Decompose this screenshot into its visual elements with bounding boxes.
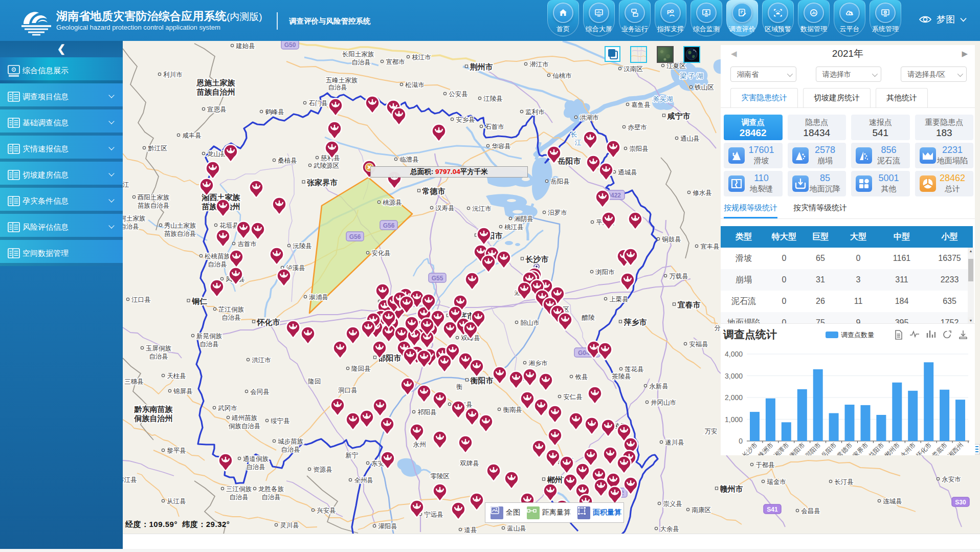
svg-text:武陵源区: 武陵源区 — [313, 162, 340, 169]
svg-text:靖州苗族: 靖州苗族 — [231, 414, 258, 422]
svg-text:怀化市: 怀化市 — [257, 318, 280, 326]
svg-text:自治县: 自治县 — [351, 59, 371, 66]
svg-text:安福县: 安福县 — [689, 341, 708, 348]
svg-text:永州市: 永州市 — [899, 441, 917, 455]
svg-text:零陵区: 零陵区 — [430, 473, 450, 480]
svg-text:万载县: 万载县 — [669, 273, 688, 280]
svg-text:江口县: 江口县 — [131, 296, 151, 303]
svg-text:长沙市: 长沙市 — [525, 255, 549, 263]
svg-text:安化县: 安化县 — [371, 250, 391, 257]
svg-text:赤壁市: 赤壁市 — [628, 124, 647, 131]
svg-text:松滋市: 松滋市 — [405, 81, 425, 89]
svg-text:郴州市: 郴州市 — [883, 441, 901, 455]
svg-text:G50: G50 — [284, 41, 296, 49]
svg-text:黔东南苗族: 黔东南苗族 — [134, 405, 173, 413]
svg-text:自治县: 自治县 — [281, 446, 300, 453]
svg-text:岳阳市: 岳阳市 — [558, 157, 581, 165]
svg-text:三穗县: 三穗县 — [124, 378, 144, 385]
svg-text:鹤峰县: 鹤峰县 — [265, 108, 284, 116]
svg-text:潜江市: 潜江市 — [529, 61, 549, 68]
svg-text:长阳土家族: 长阳土家族 — [342, 51, 374, 58]
svg-text:祁阳县: 祁阳县 — [417, 409, 437, 416]
svg-text:新晃侗族: 新晃侗族 — [196, 333, 222, 340]
svg-text:株洲市: 株洲市 — [756, 441, 774, 455]
svg-text:灌阳县: 灌阳县 — [378, 523, 397, 530]
svg-text:秀山土家族: 秀山土家族 — [164, 222, 196, 229]
svg-text:榕江县: 榕江县 — [123, 476, 137, 483]
svg-text:侗族自治州: 侗族自治州 — [134, 414, 173, 423]
svg-text:长汀县: 长汀县 — [834, 478, 854, 485]
svg-text:莲花县: 莲花县 — [625, 366, 644, 373]
svg-text:醴陵: 醴陵 — [582, 314, 595, 321]
svg-text:常德市: 常德市 — [836, 441, 854, 455]
svg-text:仙桃市: 仙桃市 — [552, 72, 572, 79]
svg-text:永州: 永州 — [413, 441, 426, 448]
svg-text:蓝山县: 蓝山县 — [507, 525, 526, 532]
svg-text:建始县: 建始县 — [235, 42, 255, 50]
svg-text:娄底市: 娄底市 — [930, 441, 948, 455]
svg-text:斧头湖: 斧头湖 — [653, 95, 673, 103]
svg-text:永新县: 永新县 — [649, 383, 669, 390]
svg-text:洪湖市: 洪湖市 — [580, 114, 599, 121]
svg-text:芷江侗族: 芷江侗族 — [218, 306, 244, 313]
svg-text:G56: G56 — [383, 222, 395, 229]
svg-text:长沙市: 长沙市 — [741, 441, 759, 455]
svg-text:苗族自治县: 苗族自治县 — [164, 230, 196, 237]
svg-text:苗族自治州: 苗族自治州 — [196, 87, 235, 96]
svg-text:S30: S30 — [955, 499, 966, 506]
svg-text:3,000: 3,000 — [725, 372, 743, 380]
svg-text:4,000: 4,000 — [725, 350, 743, 358]
svg-text:衡阳市: 衡阳市 — [470, 376, 494, 385]
svg-text:安乡县: 安乡县 — [456, 116, 475, 123]
svg-text:邵阳市: 邵阳市 — [804, 441, 822, 455]
svg-text:自治县: 自治县 — [149, 353, 168, 360]
svg-text:萍乡市: 萍乡市 — [623, 318, 647, 326]
svg-text:铜鼓县: 铜鼓县 — [661, 236, 681, 243]
svg-text:三江侗族: 三江侗族 — [226, 485, 252, 493]
svg-text:韶山市: 韶山市 — [520, 319, 540, 326]
svg-text:松桃苗族: 松桃苗族 — [205, 253, 231, 260]
svg-text:桑植县: 桑植县 — [278, 157, 297, 164]
svg-text:灵川县: 灵川县 — [280, 522, 299, 529]
svg-text:江陵县: 江陵县 — [483, 95, 503, 102]
svg-text:从江县: 从江县 — [167, 498, 186, 505]
svg-text:宜丰县: 宜丰县 — [700, 243, 720, 250]
svg-text:自治县: 自治县 — [123, 223, 139, 230]
svg-text:井冈山市: 井冈山市 — [651, 399, 676, 406]
svg-text:张家界市: 张家界市 — [307, 178, 338, 187]
svg-text:新宁: 新宁 — [346, 452, 359, 459]
svg-text:茶陵县: 茶陵县 — [612, 373, 631, 380]
svg-text:于都县: 于都县 — [755, 461, 775, 469]
svg-text:会昌县: 会昌县 — [801, 507, 820, 515]
svg-text:岳阳市: 岳阳市 — [820, 441, 838, 455]
svg-text:赣州市: 赣州市 — [720, 484, 743, 493]
svg-text:石门县: 石门县 — [308, 100, 328, 107]
svg-text:黔江: 黔江 — [123, 181, 129, 188]
svg-text:沅陵县: 沅陵县 — [293, 242, 312, 250]
svg-text:遂川县: 遂川县 — [665, 439, 684, 446]
svg-text:益阳市: 益阳市 — [867, 441, 885, 455]
svg-text:自治县: 自治县 — [221, 314, 241, 321]
svg-text:洞口县: 洞口县 — [338, 387, 358, 394]
svg-text:岳阳县: 岳阳县 — [550, 178, 570, 185]
svg-text:G56: G56 — [349, 233, 361, 240]
svg-text:恩施土家族: 恩施土家族 — [196, 78, 236, 87]
svg-text:黎平县: 黎平县 — [167, 447, 186, 454]
svg-text:宜都市: 宜都市 — [386, 58, 405, 65]
svg-text:双牌县: 双牌县 — [460, 460, 479, 467]
svg-text:侗族自治县: 侗族自治县 — [229, 423, 261, 430]
svg-text:自治县: 自治县 — [328, 84, 347, 91]
svg-text:南康区: 南康区 — [692, 506, 711, 514]
svg-text:0: 0 — [739, 437, 743, 445]
svg-text:江: 江 — [575, 139, 582, 146]
svg-text:湘阴县: 湘阴县 — [514, 215, 533, 223]
svg-text:自治县: 自治县 — [246, 463, 265, 471]
svg-text:沿河土家族: 沿河土家族 — [123, 215, 146, 222]
svg-text:上栗县: 上栗县 — [609, 296, 629, 303]
svg-text:沅江市: 沅江市 — [472, 205, 492, 212]
svg-text:咸丰县: 咸丰县 — [182, 132, 202, 139]
svg-text:浏阳市: 浏阳市 — [595, 269, 615, 276]
svg-text:监利市: 监利市 — [525, 108, 545, 116]
svg-text:梁 子 湖: 梁 子 湖 — [680, 72, 703, 80]
svg-text:兴安县: 兴安县 — [317, 507, 336, 514]
